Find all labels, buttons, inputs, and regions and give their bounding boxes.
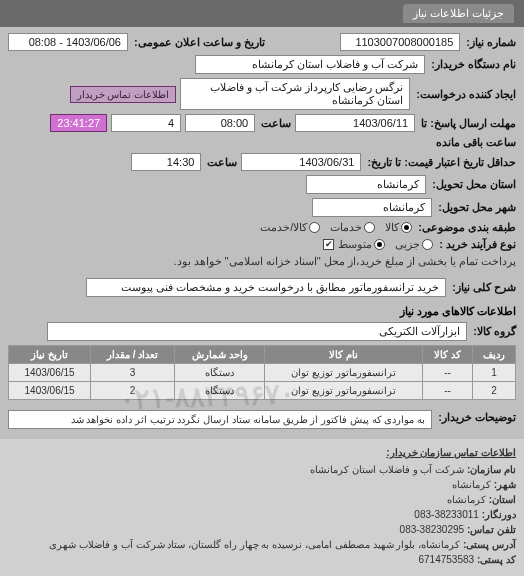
cell-date: 1403/06/15	[9, 382, 91, 400]
remain-label: ساعت باقی مانده	[436, 136, 516, 149]
cell-qty: 3	[91, 364, 175, 382]
col-code: کد کالا	[423, 346, 473, 364]
org-k: نام سازمان:	[467, 464, 516, 475]
cell-date: 1403/06/15	[9, 364, 91, 382]
validity-date-field: 1403/06/31	[241, 153, 361, 171]
post-k: کد پستی:	[477, 554, 516, 565]
radio-motavaset[interactable]: متوسط	[338, 238, 385, 251]
province-field: کرمانشاه	[306, 175, 426, 194]
radio-jozi[interactable]: جزیی	[395, 238, 433, 251]
radio-jozi-label: جزیی	[395, 238, 420, 251]
goods-table: ردیف کد کالا نام کالا واحد شمارش تعداد /…	[8, 345, 516, 400]
radio-jozi-input[interactable]	[422, 239, 433, 250]
cell-unit: دستگاه	[175, 382, 265, 400]
cell-idx: 1	[472, 364, 515, 382]
radio-motavaset-input[interactable]	[374, 239, 385, 250]
deadline-date-field: 1403/06/11	[295, 114, 415, 132]
goods-group-field: ابزارآلات الکتریکی	[47, 322, 467, 341]
col-unit: واحد شمارش	[175, 346, 265, 364]
post-v: 6714753583	[418, 554, 474, 565]
goods-section-title: اطلاعات کالاهای مورد نیاز	[8, 305, 516, 318]
details-panel: شماره نیاز: 1103007008000185 تاریخ و ساع…	[0, 27, 524, 439]
radio-kalakhadamat-input[interactable]	[309, 222, 320, 233]
buyer-org-field: شرکت آب و فاضلاب استان کرمانشاه	[195, 55, 425, 74]
cell-idx: 2	[472, 382, 515, 400]
radio-kala-label: کالا	[385, 221, 399, 234]
city-v: کرمانشاه	[452, 479, 491, 490]
tel-v: 38230295-083	[400, 524, 465, 535]
radio-kala-input[interactable]	[401, 222, 412, 233]
table-row: 2 -- ترانسفورماتور توزیع توان دستگاه 2 1…	[9, 382, 516, 400]
validity-time-label: ساعت	[207, 156, 237, 169]
fax-k: دورنگار:	[482, 509, 516, 520]
radio-khadamat-input[interactable]	[364, 222, 375, 233]
cell-code: --	[423, 382, 473, 400]
cell-name: ترانسفورماتور توزیع توان	[265, 364, 423, 382]
tab-details[interactable]: جزئیات اطلاعات نیاز	[403, 4, 514, 23]
table-row: 1 -- ترانسفورماتور توزیع توان دستگاه 3 1…	[9, 364, 516, 382]
buyer-contact-section: اطلاعات تماس سازمان خریدار: نام سازمان: …	[0, 439, 524, 576]
creator-field: نرگس رضایی کارپرداز شرکت آب و فاضلاب است…	[180, 78, 410, 110]
countdown-field: 23:41:27	[50, 114, 107, 132]
req-no-label: شماره نیاز:	[466, 36, 516, 49]
city-label: شهر محل تحویل:	[438, 201, 516, 214]
buyer-note-label: توضیحات خریدار:	[438, 411, 516, 424]
buyer-contact-button[interactable]: اطلاعات تماس خریدار	[70, 86, 177, 103]
addr-v: کرمانشاه، بلوار شهید مصطفی امامی، نرسیده…	[49, 539, 460, 550]
prov-v: کرمانشاه	[447, 494, 486, 505]
subject-type-label: طبقه بندی موضوعی:	[418, 221, 516, 234]
col-qty: تعداد / مقدار	[91, 346, 175, 364]
fax-v: 38233011-083	[414, 509, 479, 520]
buy-process-label: نوع فرآیند خرید :	[439, 238, 516, 251]
deadline-time-label: ساعت	[261, 117, 291, 130]
cell-qty: 2	[91, 382, 175, 400]
announce-date-label: تاریخ و ساعت اعلان عمومی:	[134, 36, 265, 49]
cell-name: ترانسفورماتور توزیع توان	[265, 382, 423, 400]
radio-motavaset-label: متوسط	[338, 238, 372, 251]
desc-field: خرید ترانسفورماتور مطابق با درخواست خرید…	[86, 278, 446, 297]
col-date: تاریخ نیاز	[9, 346, 91, 364]
col-name: نام کالا	[265, 346, 423, 364]
days-remain-field: 4	[111, 114, 181, 132]
validity-time-field: 14:30	[131, 153, 201, 171]
org-v: شرکت آب و فاضلاب استان کرمانشاه	[310, 464, 464, 475]
tel-k: تلفن تماس:	[467, 524, 516, 535]
validity-label: حداقل تاریخ اعتبار قیمت: تا تاریخ:	[367, 156, 516, 169]
req-no-field: 1103007008000185	[340, 33, 460, 51]
subject-type-radios: کالا خدمات کالا/خدمت	[260, 221, 412, 234]
prov-k: استان:	[489, 494, 516, 505]
radio-kalakhadamat-label: کالا/خدمت	[260, 221, 307, 234]
col-idx: ردیف	[472, 346, 515, 364]
goods-group-label: گروه کالا:	[473, 325, 516, 338]
addr-k: آدرس پستی:	[463, 539, 516, 550]
cell-code: --	[423, 364, 473, 382]
buy-process-note: پرداخت تمام یا بخشی از مبلغ خرید،از محل …	[173, 255, 516, 268]
announce-date-field: 1403/06/06 - 08:08	[8, 33, 128, 51]
buyer-contact-header: اطلاعات تماس سازمان خریدار:	[8, 445, 516, 460]
city-field: کرمانشاه	[312, 198, 432, 217]
buy-process-radios: جزیی متوسط	[338, 238, 433, 251]
table-header-row: ردیف کد کالا نام کالا واحد شمارش تعداد /…	[9, 346, 516, 364]
tab-bar: جزئیات اطلاعات نیاز	[0, 0, 524, 27]
radio-khadamat[interactable]: خدمات	[330, 221, 375, 234]
radio-kala[interactable]: کالا	[385, 221, 412, 234]
deadline-time-field: 08:00	[185, 114, 255, 132]
province-label: استان محل تحویل:	[432, 178, 516, 191]
buyer-note-field: به مواردی که پیش فاکتور از طریق سامانه س…	[8, 410, 432, 429]
buyer-org-label: نام دستگاه خریدار:	[431, 58, 516, 71]
deadline-label: مهلت ارسال پاسخ: تا	[421, 117, 516, 130]
desc-label: شرح کلی نیاز:	[452, 281, 516, 294]
radio-khadamat-label: خدمات	[330, 221, 362, 234]
treasury-checkbox[interactable]	[323, 239, 334, 250]
city-k: شهر:	[494, 479, 516, 490]
creator-label: ایجاد کننده درخواست:	[416, 88, 516, 101]
cell-unit: دستگاه	[175, 364, 265, 382]
radio-kalakhadamat[interactable]: کالا/خدمت	[260, 221, 320, 234]
